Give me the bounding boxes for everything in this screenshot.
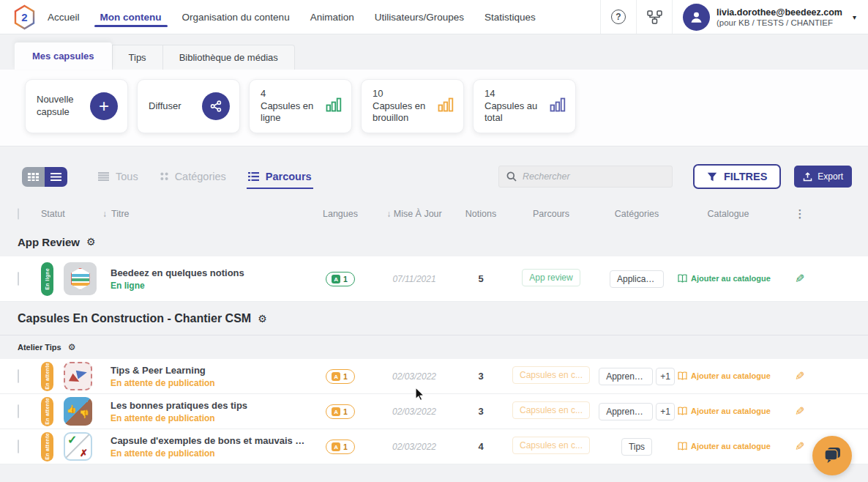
user-menu[interactable]: livia.dorothee@beedeez.com (pour KB / TE… (672, 0, 868, 34)
filtres-button[interactable]: FILTRES (693, 164, 781, 189)
edit-pencil-icon[interactable]: ✎ (795, 369, 804, 383)
add-to-catalog-button[interactable]: Ajouter au catalogue (678, 407, 771, 415)
add-to-catalog-label: Ajouter au catalogue (691, 407, 771, 415)
parcours-chip[interactable]: Capsules en c... (512, 401, 590, 419)
category-chip[interactable]: Tips (621, 438, 652, 456)
stat-en-ligne-text: 4 Capsules en ligne (261, 88, 326, 125)
edit-pencil-icon[interactable]: ✎ (795, 272, 804, 286)
capsule-status-text: En attente de publication (111, 413, 307, 423)
category-more-chip[interactable]: +1 (656, 403, 675, 420)
thumb-cell (59, 362, 102, 390)
stat-brouillon-count: 10 (373, 88, 383, 99)
stat-card-total[interactable]: 14 Capsules au total (473, 79, 576, 133)
topbar-right: ? livia.dorothee@beedeez. (600, 0, 868, 34)
category-more-chip[interactable]: +1 (656, 368, 675, 385)
select-all-checkbox[interactable] (18, 208, 19, 220)
gear-icon[interactable]: ⚙ (86, 236, 96, 248)
chevron-down-icon[interactable]: ▾ (853, 13, 856, 21)
nav-utilisateurs-groupes[interactable]: Utilisateurs/Groupes (375, 0, 464, 34)
export-button[interactable]: Export (794, 166, 852, 188)
language-badge: A 1 (326, 440, 355, 454)
thumb-cell: 👍👎 (59, 397, 102, 426)
table-header: Statut ↓ Titre Langues ↓ Mise À Jour Not… (0, 201, 868, 227)
check-icon: ✓ (67, 433, 77, 447)
edit-pencil-icon[interactable]: ✎ (795, 404, 804, 418)
new-capsule-card[interactable]: Nouvelle capsule + (25, 79, 128, 133)
tab-tips[interactable]: Tips (113, 45, 163, 70)
add-to-catalog-label: Ajouter au catalogue (691, 442, 771, 451)
parcours-cell: Capsules en c... (506, 366, 596, 387)
capsule-thumbnail[interactable]: ✓✗ (64, 432, 92, 461)
capsule-thumbnail[interactable]: 👍👎 (64, 397, 92, 426)
table-row: En ligne Beedeez en quelques notions En … (0, 256, 868, 302)
capsule-title[interactable]: Beedeez en quelques notions (111, 267, 307, 278)
gear-icon[interactable]: ⚙ (68, 342, 76, 352)
sort-desc-icon: ↓ (102, 209, 107, 219)
notions-count: 5 (455, 273, 506, 284)
stat-card-brouillon[interactable]: 10 Capsules en brouillon (361, 79, 464, 133)
list-view-button[interactable] (45, 167, 67, 187)
diffuser-card[interactable]: Diffuser (137, 79, 240, 133)
parcours-chip[interactable]: Capsules en c... (512, 366, 590, 384)
parcours-cell: Capsules en c... (506, 401, 596, 422)
beedeez-logo[interactable]: 2 (0, 0, 48, 34)
row-check-cell (0, 272, 41, 286)
chat-widget-button[interactable] (812, 436, 852, 475)
col-actions[interactable]: ⋮ (779, 207, 821, 220)
nav-accueil[interactable]: Accueil (48, 0, 80, 34)
share-button[interactable] (202, 92, 230, 120)
category-chip[interactable]: Application (610, 270, 664, 288)
search-input[interactable] (523, 171, 665, 182)
tab-mes-capsules[interactable]: Mes capsules (15, 42, 112, 70)
tab-bibliotheque-de-medias[interactable]: Bibliothèque de médias (163, 45, 294, 70)
row-checkbox[interactable] (18, 440, 19, 453)
language-count: 1 (343, 442, 348, 451)
category-chip[interactable]: Apprena... (599, 368, 653, 385)
add-to-catalog-label: Ajouter au catalogue (691, 371, 771, 380)
add-to-catalog-button[interactable]: Ajouter au catalogue (678, 442, 771, 451)
col-categories: Catégories (596, 209, 678, 219)
add-to-catalog-button[interactable]: Ajouter au catalogue (678, 274, 771, 283)
cross-icon: ✗ (80, 448, 88, 459)
add-to-catalog-label: Ajouter au catalogue (691, 274, 771, 283)
group-filter-tabs: Tous Catégories Parcours (98, 171, 312, 182)
diffuser-label: Diffuser (149, 100, 182, 113)
add-to-catalog-button[interactable]: Ajouter au catalogue (678, 371, 771, 380)
stat-card-en-ligne[interactable]: 4 Capsules en ligne (249, 79, 352, 133)
row-checkbox[interactable] (18, 369, 19, 383)
help-button[interactable]: ? (600, 0, 636, 34)
row-checkbox[interactable] (18, 272, 19, 286)
list-bullets-icon (248, 172, 259, 181)
bar-chart-icon (326, 97, 342, 115)
status-cell: En attente (41, 362, 59, 391)
capsule-thumbnail[interactable] (64, 262, 97, 295)
nav-animation[interactable]: Animation (310, 0, 354, 34)
capsule-thumbnail[interactable] (64, 362, 92, 390)
col-titre[interactable]: ↓ Titre (102, 209, 307, 219)
notions-count: 3 (455, 371, 506, 382)
nav-statistiques[interactable]: Statistiques (484, 0, 536, 34)
kebab-menu-icon: ⋮ (795, 207, 806, 220)
capsule-title[interactable]: Les bonnes pratiques des tips (111, 400, 307, 411)
nav-organisation-du-contenu[interactable]: Organisation du contenu (182, 0, 290, 34)
col-mise-a-jour[interactable]: ↓ Mise À Jour (373, 209, 455, 219)
category-chip[interactable]: Apprena... (599, 403, 653, 420)
filter-tous[interactable]: Tous (98, 171, 138, 182)
list-icon (50, 173, 61, 181)
parcours-chip[interactable]: Capsules en c... (512, 437, 590, 454)
add-capsule-button[interactable]: + (90, 92, 118, 120)
filter-parcours[interactable]: Parcours (248, 171, 312, 182)
update-date: 02/03/2022 (373, 371, 455, 382)
row-checkbox[interactable] (18, 404, 19, 418)
org-structure-button[interactable] (636, 0, 672, 34)
nav-mon-contenu[interactable]: Mon contenu (100, 0, 162, 34)
grid-view-button[interactable] (22, 167, 45, 187)
stat-total-label: Capsules au total (484, 100, 537, 124)
parcours-chip[interactable]: App review (522, 269, 580, 286)
actions-cell: ✎ (779, 272, 821, 286)
edit-pencil-icon[interactable]: ✎ (795, 440, 804, 453)
gear-icon[interactable]: ⚙ (258, 313, 267, 325)
filter-categories[interactable]: Catégories (160, 171, 226, 182)
capsule-title[interactable]: Capsule d'exemples de bons et mauvais ti… (111, 435, 307, 446)
capsule-title[interactable]: Tips & Peer Learning (111, 365, 307, 376)
